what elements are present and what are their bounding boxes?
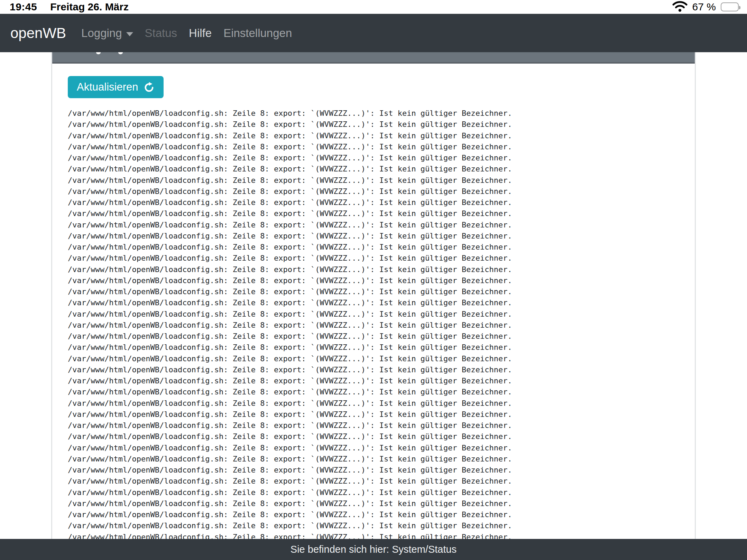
nav-item-status[interactable]: Status	[139, 24, 183, 43]
log-line: /var/www/html/openWB/loadconfig.sh: Zeil…	[68, 454, 695, 465]
log-line: /var/www/html/openWB/loadconfig.sh: Zeil…	[68, 286, 695, 297]
log-line: /var/www/html/openWB/loadconfig.sh: Zeil…	[68, 197, 695, 208]
log-line: /var/www/html/openWB/loadconfig.sh: Zeil…	[68, 220, 695, 231]
log-line: /var/www/html/openWB/loadconfig.sh: Zeil…	[68, 264, 695, 275]
refresh-icon	[144, 82, 155, 93]
log-line: /var/www/html/openWB/loadconfig.sh: Zeil…	[68, 108, 695, 119]
log-line: /var/www/html/openWB/loadconfig.sh: Zeil…	[68, 242, 695, 253]
log-line: /var/www/html/openWB/loadconfig.sh: Zeil…	[68, 509, 695, 520]
brand-openwb[interactable]: openWB	[10, 25, 66, 41]
log-line: /var/www/html/openWB/loadconfig.sh: Zeil…	[68, 253, 695, 264]
log-line: /var/www/html/openWB/loadconfig.sh: Zeil…	[68, 498, 695, 509]
log-line: /var/www/html/openWB/loadconfig.sh: Zeil…	[68, 164, 695, 175]
log-output: /var/www/html/openWB/loadconfig.sh: Zeil…	[68, 108, 695, 543]
log-line: /var/www/html/openWB/loadconfig.sh: Zeil…	[68, 152, 695, 164]
ios-status-bar: 19:45 Freitag 26. März 67 %	[0, 0, 747, 14]
log-line: /var/www/html/openWB/loadconfig.sh: Zeil…	[68, 309, 695, 320]
nav-item-hilfe[interactable]: Hilfe	[183, 24, 218, 43]
log-line: /var/www/html/openWB/loadconfig.sh: Zeil…	[68, 465, 695, 476]
chevron-down-icon	[126, 32, 133, 36]
refresh-button[interactable]: Aktualisieren	[68, 76, 164, 98]
card-body: Aktualisieren /var/www/html/openWB/loadc…	[52, 64, 695, 543]
log-line: /var/www/html/openWB/loadconfig.sh: Zeil…	[68, 119, 695, 130]
log-card: Aktualisieren /var/www/html/openWB/loadc…	[51, 52, 696, 560]
breadcrumb: Sie befinden sich hier: System/Status	[290, 544, 456, 555]
refresh-button-label: Aktualisieren	[77, 81, 138, 93]
nav-item-einstellungen[interactable]: Einstellungen	[218, 24, 298, 43]
log-line: /var/www/html/openWB/loadconfig.sh: Zeil…	[68, 364, 695, 375]
log-line: /var/www/html/openWB/loadconfig.sh: Zeil…	[68, 320, 695, 331]
log-line: /var/www/html/openWB/loadconfig.sh: Zeil…	[68, 431, 695, 442]
log-line: /var/www/html/openWB/loadconfig.sh: Zeil…	[68, 398, 695, 409]
log-line: /var/www/html/openWB/loadconfig.sh: Zeil…	[68, 420, 695, 431]
clock: 19:45	[10, 1, 37, 13]
log-line: /var/www/html/openWB/loadconfig.sh: Zeil…	[68, 386, 695, 398]
wifi-icon	[672, 1, 688, 13]
card-header	[52, 52, 695, 64]
log-line: /var/www/html/openWB/loadconfig.sh: Zeil…	[68, 442, 695, 454]
log-line: /var/www/html/openWB/loadconfig.sh: Zeil…	[68, 275, 695, 286]
log-line: /var/www/html/openWB/loadconfig.sh: Zeil…	[68, 342, 695, 353]
log-line: /var/www/html/openWB/loadconfig.sh: Zeil…	[68, 130, 695, 141]
hidden-title-descender	[118, 52, 123, 54]
log-line: /var/www/html/openWB/loadconfig.sh: Zeil…	[68, 208, 695, 219]
log-line: /var/www/html/openWB/loadconfig.sh: Zeil…	[68, 141, 695, 152]
log-line: /var/www/html/openWB/loadconfig.sh: Zeil…	[68, 353, 695, 364]
log-line: /var/www/html/openWB/loadconfig.sh: Zeil…	[68, 520, 695, 531]
log-line: /var/www/html/openWB/loadconfig.sh: Zeil…	[68, 487, 695, 498]
battery-percent: 67 %	[692, 1, 716, 13]
log-line: /var/www/html/openWB/loadconfig.sh: Zeil…	[68, 297, 695, 308]
log-line: /var/www/html/openWB/loadconfig.sh: Zeil…	[68, 375, 695, 386]
log-line: /var/www/html/openWB/loadconfig.sh: Zeil…	[68, 186, 695, 197]
log-line: /var/www/html/openWB/loadconfig.sh: Zeil…	[68, 175, 695, 186]
nav-item-logging[interactable]: Logging	[81, 24, 139, 43]
battery-icon	[721, 2, 739, 11]
log-line: /var/www/html/openWB/loadconfig.sh: Zeil…	[68, 331, 695, 342]
breadcrumb-footer: Sie befinden sich hier: System/Status	[0, 539, 747, 560]
nav-menu: Logging Status Hilfe Einstellungen	[81, 24, 298, 43]
log-line: /var/www/html/openWB/loadconfig.sh: Zeil…	[68, 231, 695, 242]
hidden-title-descender	[96, 52, 101, 54]
navbar: openWB Logging Status Hilfe Einstellunge…	[0, 14, 747, 52]
date: Freitag 26. März	[50, 1, 129, 13]
log-line: /var/www/html/openWB/loadconfig.sh: Zeil…	[68, 476, 695, 487]
log-line: /var/www/html/openWB/loadconfig.sh: Zeil…	[68, 409, 695, 420]
